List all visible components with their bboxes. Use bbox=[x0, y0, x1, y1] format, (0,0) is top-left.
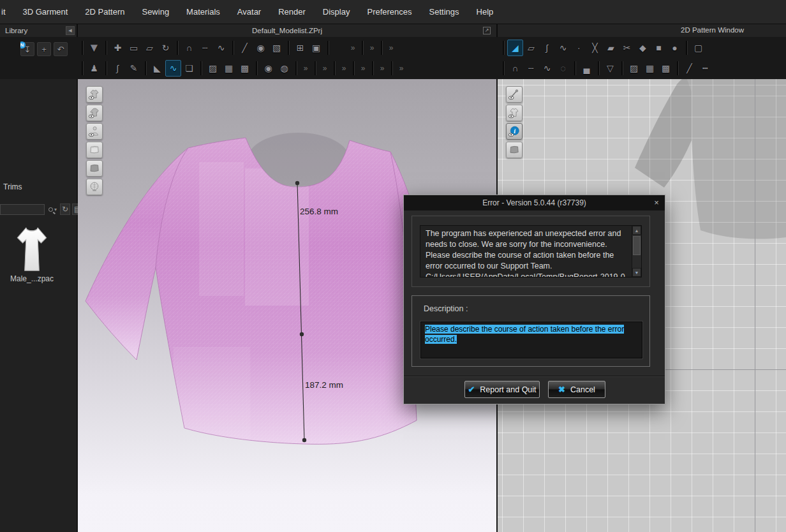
edit-polygon-tool[interactable]: ▰ bbox=[603, 40, 619, 56]
garment-window-titlebar[interactable]: Default_Modelist.ZPrj ↗ bbox=[78, 24, 496, 37]
library-search-input[interactable] bbox=[0, 204, 45, 215]
toolbar-overflow-button[interactable]: » bbox=[376, 64, 388, 73]
toolbar-overflow-button[interactable]: » bbox=[300, 64, 311, 73]
report-and-quit-button[interactable]: ✔ Report and Quit bbox=[464, 381, 540, 398]
fabric-strip-tool[interactable]: ▨ bbox=[205, 60, 221, 77]
select-garment-tool[interactable]: ▽ bbox=[602, 60, 618, 77]
avatar-display-mode-button[interactable] bbox=[86, 179, 103, 195]
circle-pattern-tool[interactable]: ● bbox=[667, 40, 683, 56]
menu-it[interactable]: it bbox=[1, 7, 6, 17]
library-back-button[interactable]: ↶ bbox=[54, 42, 68, 56]
library-search-button[interactable]: ▾ bbox=[45, 203, 58, 215]
menu-render[interactable]: Render bbox=[278, 7, 306, 17]
rectangle-pattern-tool[interactable]: ■ bbox=[651, 40, 667, 56]
description-input[interactable]: Please describe the course of action tak… bbox=[420, 321, 642, 358]
library-collapse-button[interactable]: ◀ bbox=[66, 26, 75, 35]
toggle-garment-style-button[interactable] bbox=[86, 105, 103, 121]
fabric-strip-tool[interactable]: ▨ bbox=[626, 60, 642, 77]
toolbar-overflow-button[interactable]: » bbox=[385, 43, 397, 52]
grading-tool[interactable]: ╱ bbox=[681, 60, 697, 77]
rectangle-selection-tool[interactable]: ▭ bbox=[126, 40, 142, 56]
menu-materials[interactable]: Materials bbox=[186, 7, 220, 17]
toolbar-overflow-button[interactable]: » bbox=[319, 64, 330, 73]
add-point-tool[interactable]: ∙ bbox=[571, 40, 587, 56]
edit-curve-point-tool[interactable]: ∿ bbox=[555, 40, 571, 56]
add-to-library-button[interactable]: ↧N bbox=[20, 42, 34, 56]
drape-garment-tool[interactable]: ▣ bbox=[308, 40, 324, 56]
split-line-tool[interactable]: ╳ bbox=[587, 40, 603, 56]
toolbar-overflow-button[interactable]: » bbox=[396, 64, 407, 73]
toolbar-overflow-button[interactable]: » bbox=[338, 64, 350, 73]
toggle-avatar-visibility-button[interactable] bbox=[86, 123, 103, 140]
error-dialog-titlebar[interactable]: Error - Version 5.0.44 (r37739) bbox=[404, 195, 665, 211]
edit-curve-tool[interactable]: ∫ bbox=[110, 60, 126, 77]
toggle-pattern-outline-button[interactable] bbox=[86, 142, 103, 158]
grading-segment-tool[interactable]: ┅ bbox=[697, 60, 713, 77]
lasso-selection-tool[interactable]: ▱ bbox=[142, 40, 158, 56]
free-sewing-tool[interactable]: ∿ bbox=[539, 60, 555, 77]
applique-tool[interactable]: ▦ bbox=[221, 60, 237, 77]
pin-tool[interactable]: ╱ bbox=[237, 40, 253, 56]
menu-3d-garment[interactable]: 3D Garment bbox=[23, 7, 68, 17]
edit-curve-tool-icon: ∫ bbox=[117, 63, 119, 73]
menu-settings[interactable]: Settings bbox=[429, 7, 459, 17]
menu-display[interactable]: Display bbox=[323, 7, 350, 17]
texture-pattern-tool[interactable]: ▩ bbox=[658, 60, 674, 77]
toggle-pattern-solid-button[interactable] bbox=[506, 142, 523, 158]
menu-avatar[interactable]: Avatar bbox=[237, 7, 261, 17]
library-refresh-button[interactable]: ↻ bbox=[60, 203, 70, 215]
scroll-up-button[interactable]: ▲ bbox=[632, 226, 641, 235]
clone-pattern-tool[interactable]: ❏ bbox=[181, 60, 197, 77]
tack-on-avatar-tool[interactable]: ◉ bbox=[253, 40, 269, 56]
segment-sewing-tool[interactable]: ┄ bbox=[523, 60, 539, 77]
library-item-thumbnail[interactable] bbox=[11, 223, 53, 273]
edit-sewing-tool[interactable]: ∿ bbox=[165, 60, 181, 77]
edit-curvature-tool[interactable]: ∫ bbox=[539, 40, 555, 56]
menu-preferences[interactable]: Preferences bbox=[367, 7, 412, 17]
detect-sewing-tool[interactable]: ◌ bbox=[555, 60, 571, 77]
toolbar-overflow-button[interactable]: » bbox=[347, 43, 359, 52]
transform-pattern-tool[interactable]: ◢ bbox=[507, 40, 523, 56]
button-tool[interactable]: ◉ bbox=[260, 60, 276, 77]
menu-help[interactable]: Help bbox=[477, 7, 494, 17]
toggle-garment-visibility-button[interactable] bbox=[86, 86, 103, 103]
sewing-machine-tool[interactable]: ∩ bbox=[507, 60, 523, 77]
pattern-window-titlebar[interactable]: 2D Pattern Window bbox=[498, 24, 786, 37]
select-move-tool[interactable]: ✚ bbox=[110, 40, 126, 56]
iron-tool[interactable]: ▄ bbox=[579, 60, 595, 77]
library-panel-header[interactable]: Library ◀ bbox=[0, 24, 77, 37]
edit-pattern-tool[interactable]: ▱ bbox=[523, 40, 539, 56]
unfold-rotate-tool[interactable]: ↻ bbox=[158, 40, 174, 56]
toolbar-overflow-button[interactable]: » bbox=[357, 64, 369, 73]
sync-fit-tool[interactable]: ⊞ bbox=[292, 40, 308, 56]
shape-pattern-tool[interactable]: ▢ bbox=[690, 40, 706, 56]
message-scrollbar[interactable]: ▲ ▼ bbox=[632, 226, 641, 277]
toggle-garment-overlay-button[interactable] bbox=[506, 105, 523, 121]
pin-garment-tool[interactable]: ▧ bbox=[269, 40, 285, 56]
toggle-pin-visibility-button[interactable] bbox=[506, 86, 523, 103]
close-icon[interactable]: × bbox=[651, 198, 662, 208]
scroll-down-button[interactable]: ▼ bbox=[632, 268, 641, 277]
segment-sewing-tool[interactable]: ┄ bbox=[197, 40, 213, 56]
add-folder-button[interactable]: + bbox=[37, 42, 51, 56]
edit-curvature-tool[interactable]: ✎ bbox=[126, 60, 142, 77]
free-sewing-tool[interactable]: ∿ bbox=[213, 40, 229, 56]
toolbar-overflow-button[interactable]: » bbox=[366, 43, 378, 52]
scrollbar-thumb[interactable] bbox=[633, 236, 641, 255]
texture-pattern-tool[interactable]: ▩ bbox=[237, 60, 253, 77]
trace-tool[interactable]: ✂ bbox=[619, 40, 635, 56]
cancel-button[interactable]: ✖ Cancel bbox=[548, 381, 605, 398]
edit-dart-tool[interactable]: ◣ bbox=[149, 60, 165, 77]
toggle-pattern-solid-button[interactable] bbox=[86, 160, 103, 177]
walk-avatar-tool[interactable]: ♟ bbox=[86, 60, 102, 77]
menu-sewing[interactable]: Sewing bbox=[142, 7, 169, 17]
buttonhole-tool[interactable]: ◍ bbox=[276, 60, 292, 77]
reset-2d-arrangement-tool[interactable]: ▼ bbox=[86, 40, 102, 56]
popout-window-icon[interactable]: ↗ bbox=[483, 27, 491, 34]
polygon-pattern-tool[interactable]: ◆ bbox=[635, 40, 651, 56]
error-message-box[interactable]: The program has experienced an unexpecte… bbox=[420, 225, 642, 277]
sewing-machine-tool[interactable]: ∩ bbox=[181, 40, 197, 56]
menu-2d-pattern[interactable]: 2D Pattern bbox=[85, 7, 124, 17]
applique-tool[interactable]: ▦ bbox=[642, 60, 658, 77]
toggle-info-overlay-button[interactable]: i bbox=[506, 123, 523, 140]
